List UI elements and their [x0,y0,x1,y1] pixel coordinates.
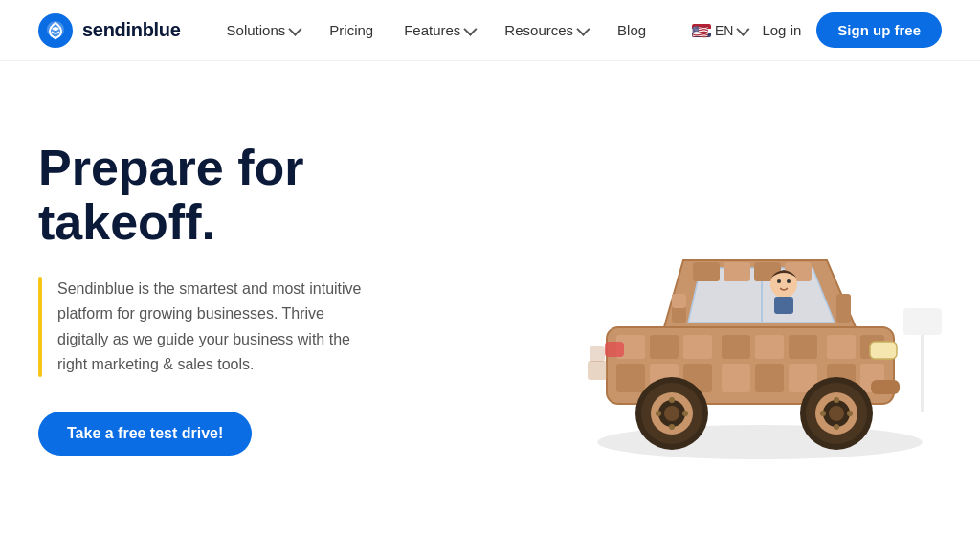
svg-rect-12 [616,364,645,392]
logo-icon [38,13,73,48]
nav-features[interactable]: Features [404,22,474,38]
svg-rect-5 [650,335,679,359]
svg-rect-26 [672,294,686,308]
svg-rect-55 [921,335,924,412]
svg-rect-15 [722,364,750,392]
svg-point-40 [820,411,826,416]
svg-point-48 [669,424,675,430]
svg-rect-28 [870,342,897,359]
hero-description: Sendinblue is the smartest and most intu… [57,277,364,378]
chevron-down-icon [576,22,590,35]
nav-solutions[interactable]: Solutions [227,22,300,38]
cta-button[interactable]: Take a free test drive! [38,412,252,456]
chevron-down-icon [464,22,478,35]
svg-point-53 [787,279,791,283]
flag-icon: 🇺🇸 [692,24,711,37]
svg-point-39 [834,424,839,430]
svg-rect-10 [827,335,856,359]
svg-rect-22 [724,262,750,281]
hero-section: Prepare for takeoff. Sendinblue is the s… [0,61,980,535]
logo-text: sendinblue [82,19,181,41]
svg-rect-16 [755,364,784,392]
signup-button[interactable]: Sign up free [816,12,942,48]
svg-rect-56 [588,361,607,380]
svg-point-45 [664,406,679,421]
svg-point-38 [847,411,853,416]
hero-title: Prepare for takeoff. [38,141,498,250]
navbar: sendinblue Solutions Pricing Features Re… [0,0,980,61]
svg-point-36 [829,406,844,421]
svg-point-46 [669,397,675,403]
hero-body: Sendinblue is the smartest and most intu… [38,277,498,378]
svg-rect-30 [605,342,624,357]
svg-point-47 [682,411,688,416]
svg-rect-21 [693,262,720,281]
chevron-down-icon [737,22,750,35]
nav-right: 🇺🇸 EN Log in Sign up free [692,12,942,48]
hero-image [501,61,980,535]
svg-rect-7 [722,335,750,359]
nav-pricing[interactable]: Pricing [329,22,373,38]
svg-rect-8 [755,335,784,359]
toy-car-illustration [530,117,970,480]
logo[interactable]: sendinblue [38,13,181,48]
hero-content: Prepare for takeoff. Sendinblue is the s… [38,141,498,457]
chevron-down-icon [289,22,302,35]
accent-bar [38,277,42,378]
svg-rect-27 [836,294,851,323]
nav-resources[interactable]: Resources [504,22,587,38]
svg-rect-31 [871,380,900,394]
svg-rect-54 [903,308,942,335]
nav-blog[interactable]: Blog [617,22,646,38]
svg-rect-51 [774,297,793,314]
language-selector[interactable]: 🇺🇸 EN [692,23,746,38]
svg-point-52 [777,279,781,283]
login-link[interactable]: Log in [762,22,801,38]
svg-rect-9 [789,335,817,359]
svg-rect-6 [683,335,712,359]
svg-point-49 [656,411,661,416]
svg-point-37 [834,397,839,403]
nav-links: Solutions Pricing Features Resources Blo… [227,22,692,38]
svg-rect-57 [590,346,605,362]
